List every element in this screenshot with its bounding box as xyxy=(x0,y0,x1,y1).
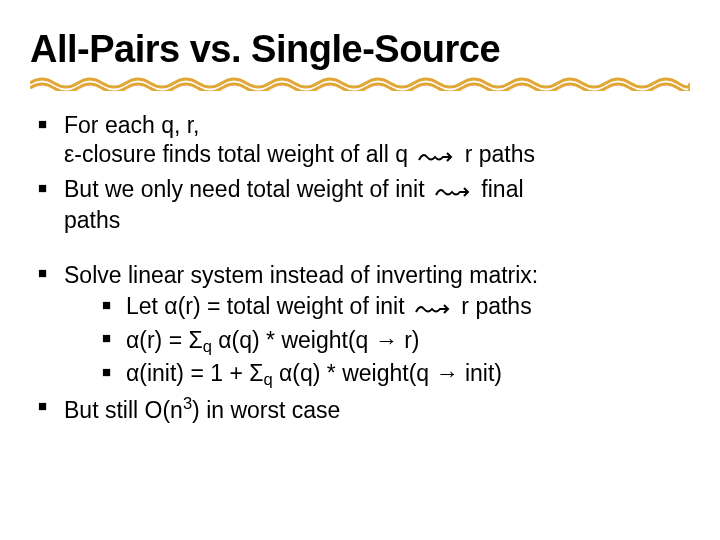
leadsto-icon xyxy=(418,142,454,171)
text: Solve linear system instead of inverting… xyxy=(64,262,538,288)
bullet-item: But we only need total weight of init fi… xyxy=(30,175,690,236)
text: α(init) = 1 + Σ xyxy=(126,360,263,386)
bullet-item: Solve linear system instead of inverting… xyxy=(30,261,690,391)
text: α(q) * weight(q → init) xyxy=(273,360,502,386)
text: α(q) * weight(q → r) xyxy=(212,327,420,353)
superscript: 3 xyxy=(183,394,192,413)
text: r paths xyxy=(458,141,535,167)
leadsto-icon xyxy=(415,294,451,323)
sub-bullet-item: α(r) = Σq α(q) * weight(q → r) xyxy=(100,326,690,357)
sub-bullet-item: α(init) = 1 + Σq α(q) * weight(q → init) xyxy=(100,359,690,390)
spacer xyxy=(30,239,690,261)
sub-bullet-list: Let α(r) = total weight of init r paths … xyxy=(100,292,690,390)
leadsto-icon xyxy=(435,177,471,206)
text: paths xyxy=(64,207,120,233)
subscript: q xyxy=(203,337,212,356)
text: But we only need total weight of init xyxy=(64,176,431,202)
bullet-item: For each q, r, ε-closure finds total wei… xyxy=(30,111,690,172)
subscript: q xyxy=(263,370,272,389)
text: ε-closure finds total weight of all q xyxy=(64,141,414,167)
title-block: All-Pairs vs. Single-Source xyxy=(30,28,690,75)
text: ) in worst case xyxy=(192,397,340,423)
slide-title: All-Pairs vs. Single-Source xyxy=(30,28,690,75)
text: final xyxy=(475,176,524,202)
slide: All-Pairs vs. Single-Source For each q, … xyxy=(0,0,720,540)
title-underline-icon xyxy=(30,71,690,91)
bullet-list-2: Solve linear system instead of inverting… xyxy=(30,261,690,426)
text: r paths xyxy=(455,293,532,319)
text: Let α(r) = total weight of init xyxy=(126,293,411,319)
bullet-list-1: For each q, r, ε-closure finds total wei… xyxy=(30,111,690,236)
bullet-item: But still O(n3) in worst case xyxy=(30,393,690,426)
text: For each q, r, xyxy=(64,112,200,138)
text: α(r) = Σ xyxy=(126,327,203,353)
text: But still O(n xyxy=(64,397,183,423)
sub-bullet-item: Let α(r) = total weight of init r paths xyxy=(100,292,690,323)
